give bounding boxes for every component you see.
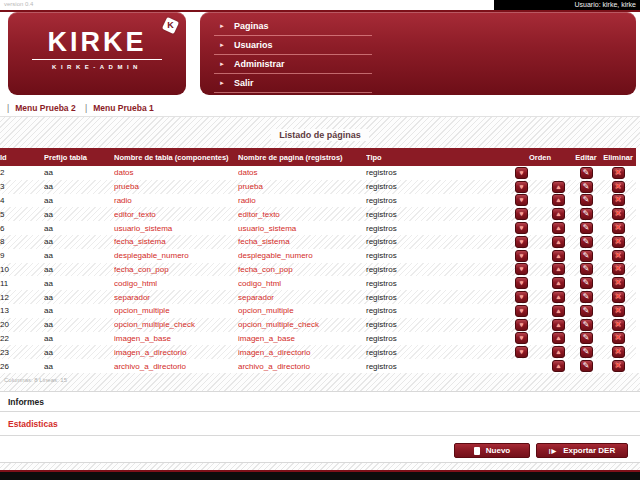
tabla-link[interactable]: fecha_con_pop [114,265,169,274]
move-down-button[interactable]: ▼ [515,208,528,220]
move-up-button[interactable]: ▲ [552,360,565,372]
move-down-button[interactable]: ▼ [515,346,528,358]
move-down-button[interactable]: ▼ [515,236,528,248]
tabla-link[interactable]: desplegable_numero [114,251,189,260]
submenu-item-menu-prueba-1[interactable]: Menu Prueba 1 [93,103,153,113]
pagina-link[interactable]: prueba [238,182,263,191]
nuevo-button[interactable]: Nuevo [454,443,530,458]
edit-button[interactable]: ✎ [580,167,593,179]
menu-item-administrar[interactable]: ►Administrar [214,55,372,74]
tabla-link[interactable]: fecha_sistema [114,237,166,246]
submenu-item-menu-prueba-2[interactable]: Menu Prueba 2 [15,103,75,113]
pagina-link[interactable]: usuario_sistema [238,224,296,233]
tabla-link[interactable]: opcion_multiple_check [114,320,195,329]
pagina-link[interactable]: editor_texto [238,210,280,219]
edit-button[interactable]: ✎ [580,250,593,262]
pagina-link[interactable]: imagen_a_base [238,334,295,343]
move-up-button[interactable]: ▲ [552,181,565,193]
delete-button[interactable]: ✕ [612,194,625,206]
tabla-link[interactable]: usuario_sistema [114,224,172,233]
move-down-button[interactable]: ▼ [515,305,528,317]
tabla-link[interactable]: opcion_multiple [114,306,170,315]
move-down-button[interactable]: ▼ [515,181,528,193]
edit-button[interactable]: ✎ [580,236,593,248]
delete-button[interactable]: ✕ [612,181,625,193]
menu-item-usuarios[interactable]: ►Usuarios [214,36,372,55]
delete-button[interactable]: ✕ [612,167,625,179]
pagina-link[interactable]: imagen_a_directorio [238,348,311,357]
tabla-link[interactable]: codigo_html [114,279,157,288]
edit-button[interactable]: ✎ [580,263,593,275]
move-down-button[interactable]: ▼ [515,167,528,179]
tabla-link[interactable]: imagen_a_base [114,334,171,343]
delete-button[interactable]: ✕ [612,319,625,331]
pagina-link[interactable]: datos [238,168,258,177]
delete-button[interactable]: ✕ [612,346,625,358]
delete-button[interactable]: ✕ [612,263,625,275]
move-up-button[interactable]: ▲ [552,332,565,344]
move-up-button[interactable]: ▲ [552,291,565,303]
edit-button[interactable]: ✎ [580,277,593,289]
move-up-button[interactable]: ▲ [552,346,565,358]
delete-button[interactable]: ✕ [612,360,625,372]
move-up-button[interactable]: ▲ [552,194,565,206]
menu-item-salir[interactable]: ►Salir [214,74,372,93]
edit-button[interactable]: ✎ [580,194,593,206]
delete-button[interactable]: ✕ [612,222,625,234]
cell-id: 22 [0,332,44,346]
delete-button[interactable]: ✕ [612,236,625,248]
pagina-link[interactable]: codigo_html [238,279,281,288]
pagina-link[interactable]: separador [238,293,274,302]
move-up-button[interactable]: ▲ [552,263,565,275]
delete-button[interactable]: ✕ [612,305,625,317]
delete-button[interactable]: ✕ [612,250,625,262]
pagina-link[interactable]: opcion_multiple [238,306,294,315]
move-down-button[interactable]: ▼ [515,222,528,234]
pagina-link[interactable]: archivo_a_directorio [238,362,310,371]
orden-up-slot: ▲ [552,250,565,262]
tabla-link[interactable]: archivo_a_directorio [114,362,186,371]
pagina-link[interactable]: desplegable_numero [238,251,313,260]
delete-button[interactable]: ✕ [612,208,625,220]
delete-button[interactable]: ✕ [612,332,625,344]
move-down-button[interactable]: ▼ [515,291,528,303]
tabla-link[interactable]: datos [114,168,134,177]
tabla-link[interactable]: prueba [114,182,139,191]
section-informes[interactable]: Informes [0,391,640,412]
section-estadisticas[interactable]: Estadisticas [0,412,640,436]
tabla-link[interactable]: editor_texto [114,210,156,219]
move-down-button[interactable]: ▼ [515,319,528,331]
pagina-link[interactable]: fecha_sistema [238,237,290,246]
tabla-link[interactable]: radio [114,196,132,205]
move-up-button[interactable]: ▲ [552,250,565,262]
move-up-button[interactable]: ▲ [552,236,565,248]
pagina-link[interactable]: opcion_multiple_check [238,320,319,329]
exportar-der-button[interactable]: |▶ Exportar DER [536,443,628,458]
edit-button[interactable]: ✎ [580,208,593,220]
pagina-link[interactable]: fecha_con_pop [238,265,293,274]
move-down-button[interactable]: ▼ [515,250,528,262]
move-up-button[interactable]: ▲ [552,277,565,289]
delete-button[interactable]: ✕ [612,277,625,289]
delete-button[interactable]: ✕ [612,291,625,303]
tabla-link[interactable]: imagen_a_directorio [114,348,187,357]
move-up-button[interactable]: ▲ [552,305,565,317]
tabla-link[interactable]: separador [114,293,150,302]
edit-button[interactable]: ✎ [580,360,593,372]
move-down-button[interactable]: ▼ [515,263,528,275]
edit-button[interactable]: ✎ [580,222,593,234]
edit-button[interactable]: ✎ [580,332,593,344]
edit-button[interactable]: ✎ [580,305,593,317]
edit-button[interactable]: ✎ [580,181,593,193]
move-up-button[interactable]: ▲ [552,222,565,234]
edit-button[interactable]: ✎ [580,346,593,358]
move-up-button[interactable]: ▲ [552,319,565,331]
move-down-button[interactable]: ▼ [515,194,528,206]
pagina-link[interactable]: radio [238,196,256,205]
menu-item-paginas[interactable]: ►Paginas [214,17,372,36]
edit-button[interactable]: ✎ [580,291,593,303]
move-up-button[interactable]: ▲ [552,208,565,220]
move-down-button[interactable]: ▼ [515,277,528,289]
move-down-button[interactable]: ▼ [515,332,528,344]
edit-button[interactable]: ✎ [580,319,593,331]
